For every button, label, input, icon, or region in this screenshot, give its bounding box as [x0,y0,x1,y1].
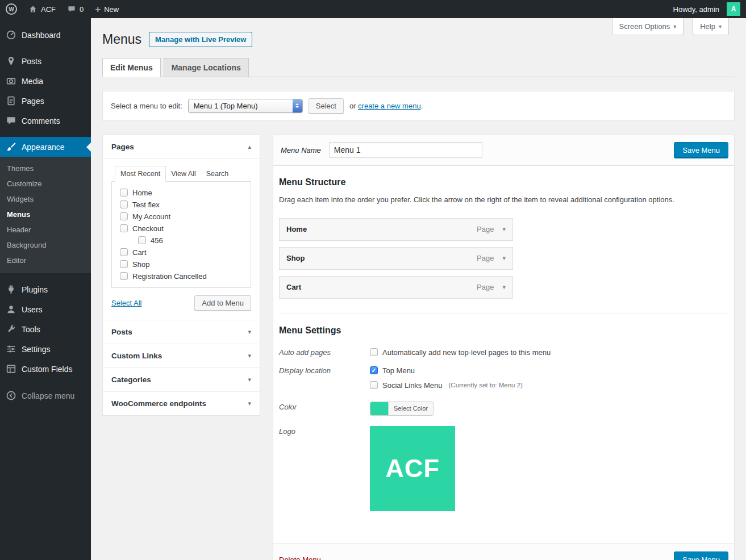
home-icon [28,5,37,14]
sidebar-item-media[interactable]: Media [0,71,91,91]
select-all-link[interactable]: Select All [111,299,141,307]
page-checkbox-row[interactable]: Registration Cancelled [112,270,251,282]
select-button[interactable]: Select [309,98,344,114]
sidebar-item-posts[interactable]: Posts [0,51,91,71]
chevron-down-icon[interactable]: ▾ [502,254,506,262]
sidebar-item-tools[interactable]: Tools [0,319,91,339]
checkbox-unchecked[interactable] [120,248,128,256]
checkbox-unchecked[interactable] [138,236,146,244]
sidebar-item-header[interactable]: Header [0,222,91,237]
location-social-links-row[interactable]: Social Links Menu (Currently set to: Men… [370,380,728,391]
menu-item-cart[interactable]: Cart Page ▾ [279,276,513,299]
help-label: Help [700,22,715,31]
sidebar-item-custom-fields[interactable]: Custom Fields [0,359,91,379]
page-item-label: Home [132,189,152,197]
categories-panel-header[interactable]: Categories ▾ [103,368,260,391]
live-preview-button[interactable]: Manage with Live Preview [149,32,252,47]
posts-panel-header[interactable]: Posts ▾ [103,320,260,344]
screen-options-button[interactable]: Screen Options ▾ [612,18,684,35]
display-location-row: Display location ✓ Top Menu Social Links… [279,365,728,391]
page-item-label: Shop [132,260,149,269]
page-checkbox-row[interactable]: Checkout [112,223,251,235]
posts-panel-title: Posts [111,328,132,336]
chevron-down-icon: ▾ [248,352,251,360]
page-checkbox-row[interactable]: Home [112,187,251,199]
checkbox-unchecked[interactable] [120,260,128,268]
chevron-down-icon: ▾ [248,376,251,383]
sidebar-item-menus[interactable]: Menus [0,207,91,222]
tab-manage-locations[interactable]: Manage Locations [164,58,249,77]
auto-add-checkbox-label: Automatically add new top-level pages to… [382,348,551,357]
color-picker-button[interactable]: Select Color [370,402,434,416]
tab-search[interactable]: Search [201,166,234,181]
pin-icon [6,56,16,66]
checkbox-unchecked[interactable] [120,272,128,280]
sidebar-item-dashboard[interactable]: Dashboard [0,25,91,45]
page-checkbox-row[interactable]: My Account [112,211,251,223]
pages-panel-header[interactable]: Pages ▴ [103,135,260,159]
tab-most-recent[interactable]: Most Recent [115,166,166,182]
save-menu-button-top[interactable]: Save Menu [674,142,728,158]
create-new-menu-link[interactable]: create a new menu [358,102,421,110]
logo-field: ACF [370,426,728,511]
checkbox-unchecked[interactable] [370,348,378,356]
menu-tabs: Edit Menus Manage Locations [102,58,735,77]
page-checkbox-row[interactable]: Cart [112,246,251,258]
sidebar-item-settings[interactable]: Settings [0,339,91,359]
menu-item-type: Page [477,225,494,233]
location-top-menu-row[interactable]: ✓ Top Menu [370,365,728,376]
add-to-menu-button[interactable]: Add to Menu [194,295,251,311]
tab-edit-menus[interactable]: Edit Menus [102,58,161,77]
sidebar-item-pages[interactable]: Pages [0,91,91,111]
sidebar-item-comments[interactable]: Comments [0,111,91,131]
page-checkbox-row[interactable]: Test flex [112,199,251,211]
help-button[interactable]: Help ▾ [693,18,729,35]
checkbox-unchecked[interactable] [370,381,378,389]
page-checkbox-row[interactable]: 456 [112,235,251,246]
color-label: Color [279,402,370,416]
menu-select[interactable]: Menu 1 (Top Menu) [188,99,303,113]
checkbox-unchecked[interactable] [120,189,128,197]
sidebar-item-label: Users [22,304,43,315]
sidebar-item-editor[interactable]: Editor [0,253,91,268]
sidebar-item-widgets[interactable]: Widgets [0,191,91,207]
page-checkbox-row[interactable]: Shop [112,258,251,270]
custom-links-panel-header[interactable]: Custom Links ▾ [103,344,260,367]
site-name-link[interactable]: ACF [23,0,61,18]
menu-editor-column: Menu Name Save Menu Menu Structure Drag … [273,135,735,560]
or-create-text: or create a new menu. [349,102,423,110]
checkbox-checked[interactable]: ✓ [370,366,378,374]
collapse-menu-button[interactable]: Collapse menu [0,386,91,406]
sidebar-item-background[interactable]: Background [0,237,91,253]
wordpress-logo-link[interactable]: W [0,0,23,18]
menu-editor-panel: Menu Name Save Menu Menu Structure Drag … [273,135,735,560]
account-menu[interactable]: Howdy, admin A [668,0,746,18]
checkbox-unchecked[interactable] [120,224,128,232]
delete-menu-link[interactable]: Delete Menu [279,555,321,560]
woocommerce-endpoints-panel-header[interactable]: WooCommerce endpoints ▾ [103,392,260,415]
sidebar-item-users[interactable]: Users [0,299,91,319]
comments-link[interactable]: 0 [61,0,89,18]
sidebar-item-label: Pages [22,96,44,106]
sidebar-item-themes[interactable]: Themes [0,161,91,176]
checkbox-unchecked[interactable] [120,200,128,208]
sidebar-item-label: Settings [22,344,51,354]
menu-name-input[interactable] [329,142,482,158]
tab-view-all[interactable]: View All [166,166,201,181]
select-menu-label: Select a menu to edit: [111,102,182,110]
menu-item-home[interactable]: Home Page ▾ [279,218,513,241]
sidebar-item-appearance[interactable]: Appearance [0,137,91,157]
auto-add-checkbox-row[interactable]: Automatically add new top-level pages to… [370,347,728,358]
save-menu-button-bottom[interactable]: Save Menu [674,551,728,560]
brush-icon [6,141,16,152]
sidebar-item-plugins[interactable]: Plugins [0,279,91,299]
menu-name-label: Menu Name [281,146,321,154]
new-content-link[interactable]: + New [89,0,124,18]
admin-bar-left: W ACF 0 + New [0,0,124,18]
howdy-text: Howdy, admin [673,5,719,14]
checkbox-unchecked[interactable] [120,212,128,220]
menu-item-shop[interactable]: Shop Page ▾ [279,247,513,270]
chevron-down-icon[interactable]: ▾ [502,225,506,233]
chevron-down-icon[interactable]: ▾ [502,283,506,291]
sidebar-item-customize[interactable]: Customize [0,176,91,191]
